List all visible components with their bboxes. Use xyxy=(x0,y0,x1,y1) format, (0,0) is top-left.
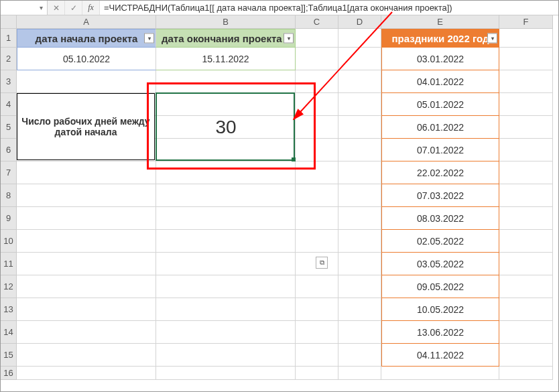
cell-D7[interactable] xyxy=(338,161,381,184)
cell-F11[interactable] xyxy=(499,253,553,275)
row-header-3[interactable]: 3 xyxy=(1,70,17,93)
cell-D15[interactable] xyxy=(338,344,381,367)
cell-B12[interactable] xyxy=(156,275,296,298)
cell-A3[interactable] xyxy=(17,70,156,93)
cell-D1[interactable] xyxy=(338,29,381,48)
cell-D8[interactable] xyxy=(338,184,381,207)
cell-B1[interactable]: дата окончания проекта▾ xyxy=(156,29,296,48)
cell-A13[interactable] xyxy=(17,298,156,321)
cell-A16[interactable] xyxy=(17,367,156,380)
cell-C15[interactable] xyxy=(296,344,338,367)
cell-F4[interactable] xyxy=(499,93,553,116)
cell-F15[interactable] xyxy=(499,344,553,367)
cell-D13[interactable] xyxy=(338,298,381,321)
cell-B14[interactable] xyxy=(156,321,296,344)
col-header-F[interactable]: F xyxy=(499,15,553,29)
row-header-6[interactable]: 6 xyxy=(1,139,17,161)
filter-button[interactable]: ▾ xyxy=(144,34,154,44)
fx-button[interactable]: fx xyxy=(82,1,100,15)
cell-A11[interactable] xyxy=(17,253,156,275)
row-header-14[interactable]: 14 xyxy=(1,321,17,344)
cell-A10[interactable] xyxy=(17,230,156,253)
cell-E7[interactable]: 22.02.2022 xyxy=(381,161,499,184)
row-header-13[interactable]: 13 xyxy=(1,298,17,321)
cell-E1[interactable]: праздники 2022 год▾ xyxy=(381,29,499,48)
cell-E8[interactable]: 07.03.2022 xyxy=(381,184,499,207)
cell-B11[interactable] xyxy=(156,253,296,275)
cell-E3[interactable]: 04.01.2022 xyxy=(381,70,499,93)
cancel-formula-button[interactable]: ✕ xyxy=(48,1,65,15)
cell-A2[interactable]: 05.10.2022 xyxy=(17,48,156,70)
cell-E12[interactable]: 09.05.2022 xyxy=(381,275,499,298)
cell-A15[interactable] xyxy=(17,344,156,367)
select-all-corner[interactable] xyxy=(1,15,17,29)
col-header-D[interactable]: D xyxy=(338,15,381,29)
cell-D2[interactable] xyxy=(338,48,381,70)
name-box[interactable]: ▾ xyxy=(1,1,48,15)
cell-F10[interactable] xyxy=(499,230,553,253)
col-header-E[interactable]: E xyxy=(381,15,499,29)
cell-B16[interactable] xyxy=(156,367,296,380)
cell-D6[interactable] xyxy=(338,139,381,161)
cell-F6[interactable] xyxy=(499,139,553,161)
row-header-16[interactable]: 16 xyxy=(1,367,17,380)
cell-C1[interactable] xyxy=(296,29,338,48)
cell-E14[interactable]: 13.06.2022 xyxy=(381,321,499,344)
cell-E9[interactable]: 08.03.2022 xyxy=(381,207,499,230)
cell-D5[interactable] xyxy=(338,116,381,139)
cell-B8[interactable] xyxy=(156,184,296,207)
cell-D14[interactable] xyxy=(338,321,381,344)
cell-E11[interactable]: 03.05.2022 xyxy=(381,253,499,275)
cell-C16[interactable] xyxy=(296,367,338,380)
cell-D10[interactable] xyxy=(338,230,381,253)
cell-A8[interactable] xyxy=(17,184,156,207)
formula-input[interactable]: =ЧИСТРАБДНИ(Таблица1[[ дата начала проек… xyxy=(100,1,558,15)
col-header-C[interactable]: C xyxy=(296,15,338,29)
accept-formula-button[interactable]: ✓ xyxy=(65,1,82,15)
cell-F2[interactable] xyxy=(499,48,553,70)
cell-D12[interactable] xyxy=(338,275,381,298)
cell-A14[interactable] xyxy=(17,321,156,344)
cell-D11[interactable] xyxy=(338,253,381,275)
row-header-15[interactable]: 15 xyxy=(1,344,17,367)
cell-E15[interactable]: 04.11.2022 xyxy=(381,344,499,367)
grid[interactable]: дата начала проекта▾дата окончания проек… xyxy=(17,29,553,380)
cell-B2[interactable]: 15.11.2022 xyxy=(156,48,296,70)
row-header-12[interactable]: 12 xyxy=(1,275,17,298)
cell-A12[interactable] xyxy=(17,275,156,298)
cell-E5[interactable]: 06.01.2022 xyxy=(381,116,499,139)
cell-F8[interactable] xyxy=(499,184,553,207)
row-header-1[interactable]: 1 xyxy=(1,29,17,48)
cell-D16[interactable] xyxy=(338,367,381,380)
cell-E2[interactable]: 03.01.2022 xyxy=(381,48,499,70)
cell-B15[interactable] xyxy=(156,344,296,367)
filter-button[interactable]: ▾ xyxy=(487,34,497,44)
col-header-B[interactable]: B xyxy=(156,15,296,29)
cell-E10[interactable]: 02.05.2022 xyxy=(381,230,499,253)
row-header-8[interactable]: 8 xyxy=(1,184,17,207)
cell-B13[interactable] xyxy=(156,298,296,321)
cell-C12[interactable] xyxy=(296,275,338,298)
cell-F3[interactable] xyxy=(499,70,553,93)
cell-F7[interactable] xyxy=(499,161,553,184)
row-header-2[interactable]: 2 xyxy=(1,48,17,70)
row-header-7[interactable]: 7 xyxy=(1,161,17,184)
row-header-10[interactable]: 10 xyxy=(1,230,17,253)
cell-F9[interactable] xyxy=(499,207,553,230)
row-header-4[interactable]: 4 xyxy=(1,93,17,116)
cell-F13[interactable] xyxy=(499,298,553,321)
row-header-9[interactable]: 9 xyxy=(1,207,17,230)
cell-F5[interactable] xyxy=(499,116,553,139)
cell-E6[interactable]: 07.01.2022 xyxy=(381,139,499,161)
cell-A1[interactable]: дата начала проекта▾ xyxy=(17,29,156,48)
cell-D4[interactable] xyxy=(338,93,381,116)
cell-B10[interactable] xyxy=(156,230,296,253)
cell-B9[interactable] xyxy=(156,207,296,230)
cell-F16[interactable] xyxy=(499,367,553,380)
row-header-11[interactable]: 11 xyxy=(1,253,17,275)
merged-label[interactable]: Число рабочих дней между датой начала xyxy=(17,93,155,160)
filter-button[interactable]: ▾ xyxy=(284,34,294,44)
autofill-options-icon[interactable]: ⧉ xyxy=(316,257,328,269)
cell-C9[interactable] xyxy=(296,207,338,230)
cell-D9[interactable] xyxy=(338,207,381,230)
